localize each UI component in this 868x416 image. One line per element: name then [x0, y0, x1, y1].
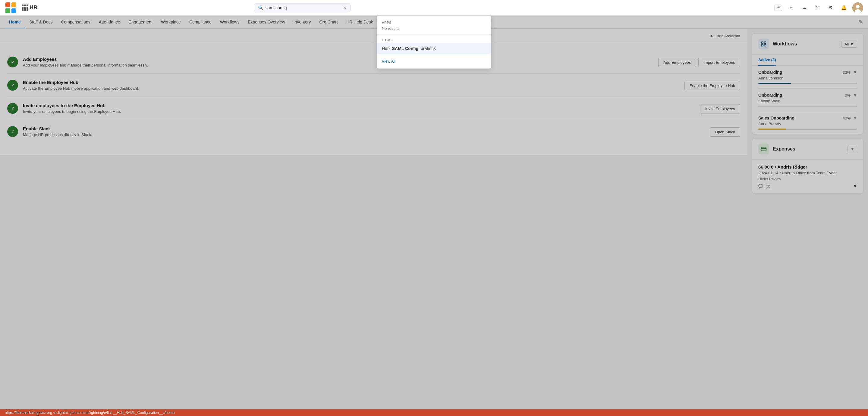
apps-section-label: Apps [377, 19, 491, 26]
app-logo[interactable] [5, 2, 17, 14]
svg-rect-0 [5, 2, 10, 7]
svg-rect-3 [11, 8, 16, 13]
dropdown-divider [377, 34, 491, 35]
svg-rect-2 [5, 8, 10, 13]
svg-point-5 [856, 5, 860, 8]
settings-icon-btn[interactable]: ⚙ [826, 3, 835, 13]
items-section-label: Items [377, 36, 491, 43]
status-url: https://flair-marketing-test-org-v1.ligh… [5, 411, 175, 415]
user-avatar[interactable] [852, 2, 863, 13]
view-all-link[interactable]: View All [377, 57, 491, 66]
dropdown-item-prefix: Hub [382, 46, 390, 51]
add-icon-btn[interactable]: + [786, 3, 796, 13]
search-icon: 🔍 [258, 5, 263, 10]
status-bar: https://flair-marketing-test-org-v1.ligh… [0, 409, 868, 416]
topbar-right: ☍ + ☁ ? ⚙ 🔔 [774, 2, 863, 13]
app-name: HR [30, 4, 37, 11]
svg-rect-1 [11, 2, 16, 7]
help-icon-btn[interactable]: ? [812, 3, 822, 13]
topbar: HR 🔍 saml config ✕ ☍ + ☁ ? ⚙ 🔔 [0, 0, 868, 16]
search-clear-icon[interactable]: ✕ [343, 5, 347, 10]
search-container: 🔍 saml config ✕ [254, 3, 350, 12]
shortcut-box[interactable]: ☍ [774, 4, 782, 11]
cloud-icon-btn[interactable]: ☁ [799, 3, 809, 13]
dropdown-item-suffix: urations [421, 46, 436, 51]
apps-no-results: No results [377, 26, 491, 33]
dropdown-item-match: SAML Config [392, 46, 418, 51]
search-input[interactable]: saml config [266, 5, 341, 10]
search-dropdown: Apps No results Items Hub SAML Configura… [377, 16, 491, 69]
notification-icon-btn[interactable]: 🔔 [839, 3, 849, 13]
dropdown-divider-2 [377, 55, 491, 56]
shortcut-icon: ☍ [776, 6, 780, 10]
app-grid-icon[interactable] [21, 3, 30, 12]
dropdown-item-saml[interactable]: Hub SAML Configurations [377, 43, 491, 54]
